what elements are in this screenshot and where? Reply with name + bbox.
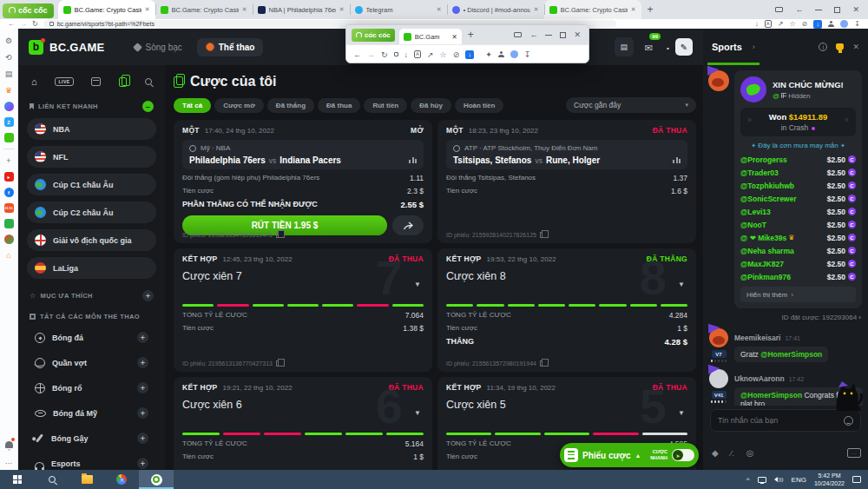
close-button[interactable]: ✕ [574, 31, 581, 39]
adblock-icon[interactable]: ⊘ [802, 20, 808, 28]
clock[interactable]: 5:42 PM 10/24/2022 [814, 472, 845, 487]
avatar[interactable] [708, 70, 729, 91]
bcgame-logo-text[interactable]: BC.GAME [49, 41, 105, 54]
filter-lost[interactable]: Đã thua [318, 98, 360, 113]
commands-icon[interactable]: ∕. [731, 449, 734, 458]
sale-event-icon[interactable]: 23.10 [4, 203, 14, 213]
back-icon[interactable]: ← [8, 21, 15, 28]
maximize-button[interactable] [560, 32, 566, 38]
bookmark-star-icon[interactable]: ☆ [440, 50, 447, 59]
chat-toggle-button[interactable]: ✎ [675, 38, 693, 56]
coccoc-button[interactable] [139, 470, 174, 489]
forward-icon[interactable]: → [367, 50, 375, 59]
chevron-down-icon[interactable]: ▼ [678, 409, 685, 417]
translate-icon[interactable]: A [414, 50, 421, 58]
coccoc-brand-logo[interactable]: cốc cốc [3, 3, 54, 18]
filter-cancelled[interactable]: Đã hủy [411, 98, 451, 113]
popup-tab[interactable]: BC.Gam ✕ [399, 29, 462, 44]
add-shortcut-icon[interactable]: + [3, 155, 14, 166]
volume-icon[interactable]: ))) [774, 477, 784, 482]
collapse-button[interactable]: – [142, 101, 154, 112]
tip-coin-icon[interactable]: ◎ [746, 448, 754, 458]
rewards-crown-icon[interactable]: ♛ [3, 85, 14, 96]
betslip-bar[interactable]: Phiếu cược ▲ CƯỢC NHANH ➤ [560, 443, 699, 467]
sidebar-item-laliga[interactable]: LaLiga [27, 257, 156, 279]
chat-input[interactable] [718, 416, 844, 425]
reload-icon[interactable]: ↻ [381, 50, 388, 59]
downloads-icon[interactable]: ↧ [524, 50, 531, 59]
expand-icon[interactable]: + [137, 433, 148, 444]
language-indicator[interactable]: ENG [792, 476, 806, 484]
taskbar-search-button[interactable] [35, 470, 69, 489]
history-icon[interactable]: ⟲ [3, 52, 14, 63]
copy-icon[interactable] [540, 360, 545, 367]
filter-refund[interactable]: Hoàn tiền [455, 98, 503, 113]
nav-sports[interactable]: Thể thao [197, 38, 264, 56]
coccoc-brand-logo[interactable]: cốc cốc [352, 29, 395, 42]
bookmark-star-icon[interactable]: ☆ [789, 20, 795, 28]
account-avatar[interactable] [840, 20, 848, 28]
secure-lock-icon[interactable] [49, 22, 54, 26]
filter-open[interactable]: Cược mở [214, 98, 264, 113]
new-tab-button[interactable]: + [648, 3, 654, 16]
restore-tab-icon[interactable]: ← [795, 6, 803, 14]
expand-icon[interactable]: + [137, 357, 148, 368]
copy-icon[interactable] [276, 360, 281, 367]
expand-icon[interactable]: + [137, 458, 148, 469]
tab-close-icon[interactable]: ✕ [631, 6, 636, 13]
show-more-button[interactable]: Hiển thị thêm › [740, 287, 856, 302]
adblock-icon[interactable]: ⊘ [453, 50, 460, 59]
profiles-icon[interactable] [828, 21, 834, 27]
tab-close-icon[interactable]: ✕ [452, 33, 457, 41]
reload-icon[interactable]: ↻ [32, 21, 38, 28]
sidebar-item-cricket[interactable]: Bóng Gậy + [27, 427, 156, 449]
winner-avatar[interactable] [740, 76, 766, 102]
notifications-bell-icon[interactable] [3, 439, 14, 450]
quick-bet-toggle[interactable]: ➤ [672, 449, 694, 461]
chevron-down-icon[interactable]: ▼ [678, 281, 685, 288]
search-icon[interactable] [145, 78, 152, 85]
add-favorite-button[interactable]: + [142, 290, 154, 301]
tab-close-icon[interactable]: ✕ [437, 6, 442, 13]
tab-close-icon[interactable]: ✕ [534, 6, 539, 13]
youtube-icon[interactable]: ▸ [4, 172, 14, 182]
downloads-icon[interactable]: ↧ [854, 20, 860, 28]
browser-tab[interactable]: BC.Game: Crypto Casino Gan ✕ [58, 0, 155, 19]
my-bets-icon[interactable] [119, 77, 127, 87]
username[interactable]: UknowAaronn [734, 374, 785, 383]
schedule-icon[interactable] [91, 77, 101, 86]
share-icon[interactable]: ↗ [778, 20, 784, 28]
close-button[interactable]: ✕ [852, 6, 859, 14]
copy-icon[interactable] [276, 232, 281, 238]
share-bet-button[interactable] [392, 215, 424, 235]
settings-gear-icon[interactable]: ⚙ [3, 36, 14, 46]
games-icon[interactable] [4, 133, 14, 142]
sidebar-item-tennis[interactable]: Quần vợt + [27, 352, 156, 373]
tab-capture-icon[interactable] [514, 32, 522, 37]
tab-close-icon[interactable]: ✕ [145, 6, 150, 13]
expand-icon[interactable]: + [137, 332, 148, 343]
stats-icon[interactable] [409, 157, 417, 163]
browser-tab[interactable]: BC.Game: Crypto Casino Gan ✕ [544, 0, 641, 19]
expand-icon[interactable]: + [137, 382, 148, 393]
gift-icon[interactable] [4, 219, 14, 228]
file-explorer-button[interactable] [69, 470, 104, 489]
translate-icon[interactable]: A [765, 20, 772, 28]
new-tab-button[interactable]: + [468, 29, 474, 41]
reading-list-icon[interactable]: ▤ [3, 69, 14, 79]
bet-list-button[interactable]: ▤ [615, 37, 634, 56]
filter-won[interactable]: Đã thắng [267, 98, 314, 113]
chrome-button[interactable] [104, 470, 139, 489]
close-chat-icon[interactable]: ✕ [852, 43, 859, 51]
network-icon[interactable] [758, 477, 766, 483]
avatar[interactable] [709, 328, 728, 347]
nav-casino[interactable]: Sòng bạc [125, 38, 191, 56]
minimize-button[interactable] [545, 35, 552, 36]
sidebar-item-nfl[interactable]: NFL [27, 146, 156, 168]
user-mention[interactable]: @HomerSimpson [740, 391, 802, 400]
browser-tab[interactable]: Telegram ✕ [350, 0, 447, 19]
gif-keyboard-icon[interactable]: ··· [847, 448, 861, 458]
account-avatar[interactable] [510, 50, 518, 58]
stats-icon[interactable] [673, 157, 681, 163]
forward-icon[interactable]: → [20, 21, 27, 28]
